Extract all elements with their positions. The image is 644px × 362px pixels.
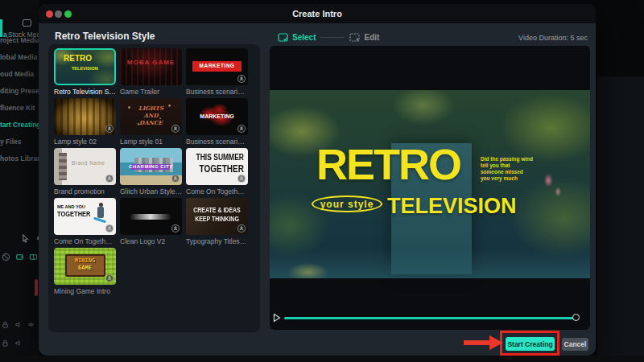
template-name: Mining Game Intro [54, 287, 116, 295]
template-thumbnail[interactable]: CREATE & IDEASKEEP THINKING [186, 198, 248, 235]
timeline-track-controls [2, 339, 39, 347]
template-name: Clean Logo V2 [120, 237, 182, 245]
template-thumbnail[interactable]: MARKETING [186, 98, 248, 135]
template-thumbnail[interactable]: CHARMING CITY [120, 148, 182, 185]
app-background-panel [597, 76, 644, 362]
cancel-button[interactable]: Cancel [562, 338, 588, 351]
template-name: Business scenario 02 [186, 88, 248, 96]
toolbar-row [0, 234, 39, 243]
portrait-badge-icon [105, 125, 114, 133]
playback-controls [270, 311, 590, 325]
template-thumbnail[interactable]: ME AND YOUTOGETHER [54, 198, 116, 235]
template-card-retro[interactable]: RETROTELEVISIONRetro Television Style [54, 48, 116, 98]
mute-icon[interactable] [14, 321, 22, 328]
template-name: Typography Titles Te... [186, 237, 248, 245]
sidebar-item-hotos-library[interactable]: hotos Library [0, 150, 39, 167]
preview-caption: Did the passing wind tell you that someo… [481, 156, 561, 182]
screen: a Stock Med roject Medialobal Mediaoud M… [0, 0, 644, 362]
template-name: Brand promotion [54, 187, 116, 195]
template-card-cleanlogo[interactable]: Clean Logo V2 [120, 198, 182, 248]
template-name: Come On Together 01 [54, 237, 116, 245]
template-thumbnail[interactable] [54, 98, 116, 135]
template-name: Come On Together 02 [186, 187, 248, 195]
template-card-typo[interactable]: CREATE & IDEASKEEP THINKINGTypography Ti… [186, 198, 248, 248]
template-thumbnail[interactable]: RETROTELEVISION [54, 48, 116, 85]
play-button[interactable] [273, 313, 281, 323]
thumbnail-text: THIS SUMMER [196, 152, 245, 162]
eye-icon[interactable] [27, 321, 35, 328]
template-thumbnail[interactable]: THIS SUMMERTOGETHER [186, 148, 248, 185]
tab-select[interactable]: Select [278, 33, 316, 42]
template-card-glitch[interactable]: CHARMING CITYGlitch Urban Style 02 [120, 148, 182, 198]
template-list-panel: RETROTELEVISIONRetro Television StyleMOB… [48, 44, 260, 332]
portrait-badge-icon [171, 125, 180, 133]
portrait-badge-icon [171, 175, 180, 183]
dialog-title: Create Intro [39, 4, 596, 23]
lock-icon[interactable] [2, 339, 9, 347]
sidebar-item-fluence-kit[interactable]: fluence Kit [0, 100, 39, 117]
sidebar-item-tart-creating[interactable]: tart Creating [0, 117, 39, 134]
video-duration-label: Video Duration: 5 sec [518, 34, 588, 42]
sidebar-item-roject-media[interactable]: roject Media [0, 32, 39, 49]
preview-title-line1: RETRO [316, 146, 460, 182]
preview-style-badge: your style [312, 195, 382, 212]
thumbnail-text: CREATE & IDEAS [186, 207, 248, 213]
template-card-moba[interactable]: MOBA GAMEGame Trailer [120, 48, 182, 98]
portrait-badge-icon [171, 224, 180, 232]
template-thumbnail[interactable]: MOBA GAME [120, 48, 182, 85]
timeline-clip-fragment [35, 279, 38, 296]
template-name: Game Trailer [120, 88, 182, 96]
thumbnail-text: MARKETING [192, 63, 242, 68]
split-icon[interactable] [29, 253, 38, 261]
template-card-mksplat[interactable]: MARKETINGBusiness scenario 01 [186, 98, 248, 148]
thumbnail-text: CHARMING CITY [120, 164, 182, 169]
template-card-lamp1[interactable]: LIGHTS AND DANCELamp style 01 [120, 98, 182, 148]
crop-icon[interactable] [15, 253, 24, 261]
step-connector [320, 37, 345, 38]
template-card-mkband[interactable]: MARKETINGBusiness scenario 02 [186, 48, 248, 98]
template-thumbnail[interactable] [120, 198, 182, 235]
template-card-together[interactable]: ME AND YOUTOGETHERCome On Together 01 [54, 198, 116, 248]
cursor-icon[interactable] [21, 234, 30, 243]
sidebar-item-diting-presets[interactable]: diting Presets [0, 83, 39, 100]
thumbnail-text: Brand Name [72, 160, 105, 166]
template-thumbnail[interactable]: MININGGAME [54, 248, 116, 285]
template-card-mining[interactable]: MININGGAMEMining Game Intro [54, 248, 116, 298]
tab-edit[interactable]: Edit [349, 33, 379, 42]
seek-bar[interactable] [284, 317, 577, 319]
sidebar-item-oud-media[interactable]: oud Media [0, 66, 39, 83]
template-card-brand[interactable]: Brand NameBrand promotion [54, 148, 116, 198]
lock-icon[interactable] [2, 321, 9, 328]
template-name: Retro Television Style [54, 88, 116, 96]
portrait-badge-icon [105, 175, 114, 183]
thumbnail-text: ME AND YOU [57, 204, 85, 209]
thumbnail-text: RETRO [64, 54, 92, 63]
template-name: Lamp style 02 [54, 138, 116, 146]
template-name: Glitch Urban Style 02 [120, 187, 182, 195]
template-card-lamp2[interactable]: Lamp style 02 [54, 98, 116, 148]
mute-icon[interactable] [14, 339, 22, 347]
template-thumbnail[interactable]: LIGHTS AND DANCE [120, 98, 182, 135]
template-name: Lamp style 01 [120, 138, 182, 146]
edit-toolbar-row [0, 253, 39, 261]
thumbnail-text: TOGETHER [200, 163, 244, 175]
sidebar-item-y-files[interactable]: y Files [0, 134, 39, 150]
thumbnail-text: GAME [54, 265, 116, 271]
thumbnail-text: MARKETING [186, 113, 248, 119]
portrait-badge-icon [105, 274, 114, 282]
thumbnail-text: MOBA GAME [120, 59, 182, 66]
app-sidebar: a Stock Med roject Medialobal Mediaoud M… [0, 0, 39, 362]
sidebar-item-lobal-media[interactable]: lobal Media [0, 49, 39, 66]
disabled-tool-icon[interactable] [2, 253, 10, 261]
thumbnail-text: TOGETHER [57, 209, 91, 218]
preview-panel: RETRO Did the passing wind tell you that… [270, 46, 590, 330]
template-category-heading: Retro Television Style [55, 31, 155, 42]
template-card-summer[interactable]: THIS SUMMERTOGETHERCome On Together 02 [186, 148, 248, 198]
template-thumbnail[interactable]: MARKETING [186, 48, 248, 85]
select-step-icon [278, 33, 288, 42]
template-thumbnail[interactable]: Brand Name [54, 148, 116, 185]
create-intro-dialog: Create Intro Retro Television Style Sele… [39, 4, 596, 356]
video-preview[interactable]: RETRO Did the passing wind tell you that… [270, 90, 590, 278]
portrait-badge-icon [105, 224, 114, 232]
seek-handle[interactable] [572, 314, 580, 321]
